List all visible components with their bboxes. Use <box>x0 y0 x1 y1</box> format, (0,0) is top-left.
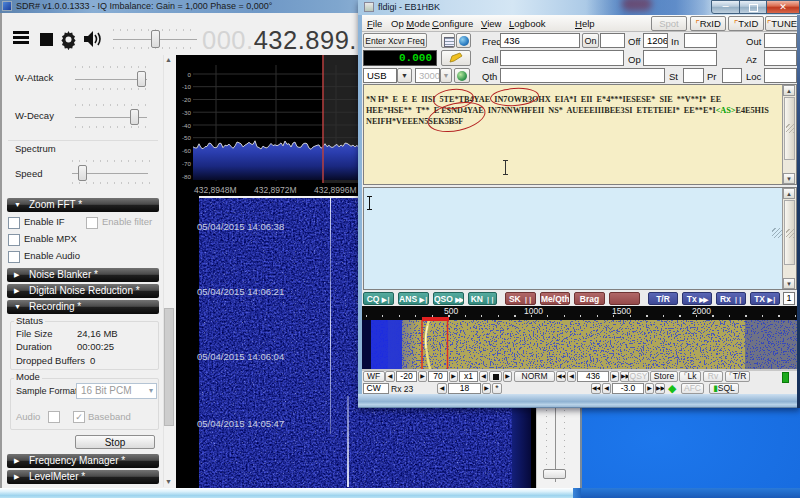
svg-text:-80: -80 <box>182 173 192 180</box>
svg-text:-10: -10 <box>182 83 192 90</box>
svg-text:-50: -50 <box>182 134 192 141</box>
svg-text:-40: -40 <box>182 122 192 129</box>
svg-text:-20: -20 <box>182 96 192 103</box>
svg-text:0: 0 <box>188 71 192 78</box>
svg-text:-70: -70 <box>182 160 192 167</box>
svg-text:-60: -60 <box>182 147 192 154</box>
svg-text:-30: -30 <box>182 109 192 116</box>
